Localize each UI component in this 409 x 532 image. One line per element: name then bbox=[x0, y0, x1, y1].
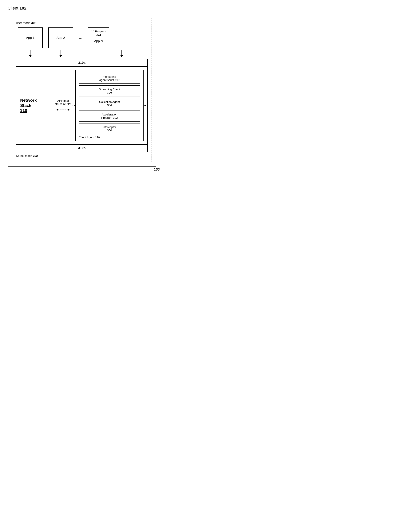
network-stack-text: NetworkStack bbox=[20, 98, 37, 108]
client-agent-box: 〜 〜 monitoringagent/script 197 Streaming… bbox=[75, 70, 144, 141]
kernel-mode-label: Kernel mode 302 bbox=[16, 152, 148, 158]
interceptor-box: interceptor350 bbox=[79, 123, 140, 134]
app-n-label: App N bbox=[94, 39, 103, 43]
arrow-head-1 bbox=[29, 55, 32, 57]
double-arrow bbox=[56, 109, 70, 111]
arrow-left-head bbox=[56, 109, 58, 111]
streaming-client-text: Streaming Client306 bbox=[99, 88, 120, 94]
310b-text: 310b bbox=[78, 146, 86, 150]
310a-label: 310a bbox=[16, 59, 147, 67]
arrows-row bbox=[16, 50, 148, 57]
monitoring-agent-box: monitoringagent/script 197 bbox=[79, 73, 140, 84]
monitoring-agent-text: monitoringagent/script 197 bbox=[99, 75, 120, 82]
arrow-app2 bbox=[48, 50, 73, 57]
arrow-appn bbox=[109, 50, 134, 57]
diagram-ref-label: 100 bbox=[154, 168, 159, 171]
arrow-app1 bbox=[18, 50, 43, 57]
arrow-head-3 bbox=[120, 55, 123, 57]
app2-label: App 2 bbox=[56, 36, 65, 40]
streaming-client-box: Streaming Client306 bbox=[79, 85, 140, 96]
app1-box: App 1 bbox=[18, 28, 43, 48]
acceleration-program-text: AccelerationProgram 302 bbox=[101, 113, 118, 119]
app2-box: App 2 bbox=[48, 28, 73, 48]
dashed-area: user mode 303 App 1 App 2 ... 1st Progra… bbox=[12, 18, 152, 162]
network-stack-number: 310 bbox=[20, 108, 27, 113]
api-number: 325 bbox=[67, 102, 71, 105]
api-label: API/ datastructure 325 bbox=[55, 99, 71, 105]
kernel-mode-text: Kernel mode bbox=[16, 154, 33, 157]
acceleration-program-box: AccelerationProgram 302 bbox=[79, 111, 140, 122]
first-program-number: 322 bbox=[96, 33, 101, 36]
interceptor-text: interceptor350 bbox=[103, 125, 116, 132]
first-program-text: 1st Program bbox=[91, 30, 106, 33]
collection-agent-box: Collection Agent304 bbox=[79, 98, 140, 109]
user-mode-label: user mode 303 bbox=[16, 21, 148, 25]
page-title: Client 102 bbox=[8, 6, 156, 11]
arrow-head-2 bbox=[59, 55, 62, 57]
apps-row: App 1 App 2 ... 1st Program 322 App N bbox=[16, 28, 148, 48]
arrow-line-3 bbox=[121, 50, 122, 55]
app-n-container: 1st Program 322 App N bbox=[88, 28, 109, 43]
arrow-right-head bbox=[68, 109, 70, 111]
arrow-line-1 bbox=[30, 50, 30, 55]
wavy-left: 〜 bbox=[72, 103, 76, 108]
310a-text: 310a bbox=[78, 61, 85, 65]
wavy-right: 〜 bbox=[142, 103, 147, 108]
client-agent-label: Client Agent 120 bbox=[79, 136, 140, 139]
diagram-ref-text: 100 bbox=[154, 168, 159, 171]
dots-text: ... bbox=[79, 35, 82, 40]
title-prefix: Client bbox=[8, 6, 19, 10]
app1-label: App 1 bbox=[26, 36, 35, 40]
outer-box: user mode 303 App 1 App 2 ... 1st Progra… bbox=[8, 14, 156, 167]
user-mode-number: 303 bbox=[31, 21, 36, 25]
user-mode-text: user mode bbox=[16, 21, 31, 25]
dbl-arrow-line bbox=[58, 110, 68, 110]
main-box: 310a NetworkStack 310 API/ datastructure… bbox=[16, 59, 148, 152]
network-stack-label: NetworkStack 310 bbox=[20, 70, 51, 141]
middle-col: API/ datastructure 325 bbox=[51, 70, 75, 141]
310b-label: 310b bbox=[16, 144, 147, 152]
network-inner: NetworkStack 310 API/ datastructure 325 bbox=[16, 67, 147, 144]
arrow-line-2 bbox=[61, 50, 61, 55]
collection-agent-text: Collection Agent304 bbox=[99, 100, 120, 107]
kernel-mode-number: 302 bbox=[33, 154, 38, 157]
client-agent-label-text: Client Agent 120 bbox=[79, 136, 100, 139]
first-program-box: 1st Program 322 bbox=[88, 28, 109, 38]
title-number: 102 bbox=[19, 6, 27, 10]
dots-label: ... bbox=[79, 28, 82, 40]
app-n-text: App N bbox=[94, 39, 103, 43]
